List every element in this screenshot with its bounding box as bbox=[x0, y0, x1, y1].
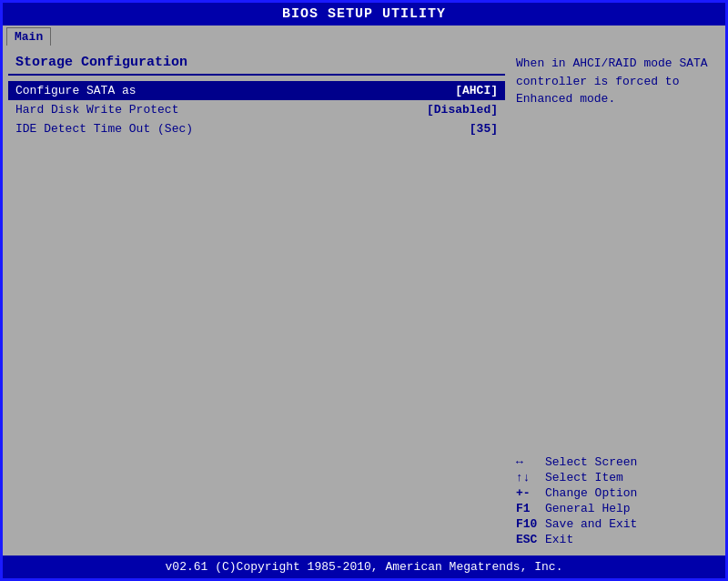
help-text: When in AHCI/RAID mode SATA controller i… bbox=[516, 55, 714, 108]
shortcut-key: ↔ bbox=[516, 455, 545, 469]
row-value: [Disabled] bbox=[427, 103, 498, 117]
shortcut-row: F10Save and Exit bbox=[516, 517, 714, 531]
bios-screen: BIOS SETUP UTILITY Main Storage Configur… bbox=[0, 0, 728, 581]
left-panel: Storage Configuration Configure SATA as … bbox=[8, 51, 505, 550]
shortcut-key: F10 bbox=[516, 517, 545, 531]
content-area: Storage Configuration Configure SATA as … bbox=[3, 46, 725, 556]
shortcuts-list: ↔Select Screen↑↓Select Item+-Change Opti… bbox=[516, 455, 714, 546]
tab-bar: Main bbox=[3, 25, 725, 46]
shortcut-desc: General Help bbox=[545, 502, 631, 515]
shortcut-key: +- bbox=[516, 486, 545, 500]
shortcut-row: ↔Select Screen bbox=[516, 455, 714, 469]
row-label: IDE Detect Time Out (Sec) bbox=[15, 122, 470, 136]
title-text: BIOS SETUP UTILITY bbox=[282, 6, 446, 22]
table-row[interactable]: IDE Detect Time Out (Sec) [35] bbox=[8, 119, 505, 138]
shortcut-desc: Save and Exit bbox=[545, 517, 637, 531]
shortcut-row: +-Change Option bbox=[516, 486, 714, 500]
row-value: [35] bbox=[470, 122, 498, 136]
title-bar: BIOS SETUP UTILITY bbox=[3, 3, 725, 25]
shortcut-desc: Select Screen bbox=[545, 455, 637, 469]
row-label: Configure SATA as bbox=[15, 84, 455, 97]
shortcut-row: F1General Help bbox=[516, 502, 714, 515]
right-panel: When in AHCI/RAID mode SATA controller i… bbox=[511, 51, 720, 550]
section-title: Storage Configuration bbox=[8, 51, 505, 76]
shortcut-row: ESCExit bbox=[516, 533, 714, 546]
shortcut-key: F1 bbox=[516, 502, 545, 515]
shortcut-desc: Change Option bbox=[545, 486, 637, 500]
footer: v02.61 (C)Copyright 1985-2010, American … bbox=[3, 556, 725, 578]
table-row[interactable]: Configure SATA as [AHCI] bbox=[8, 81, 505, 100]
shortcut-key: ESC bbox=[516, 533, 545, 546]
row-label: Hard Disk Write Protect bbox=[15, 103, 427, 117]
footer-text: v02.61 (C)Copyright 1985-2010, American … bbox=[166, 560, 563, 574]
tab-main[interactable]: Main bbox=[6, 27, 51, 46]
shortcut-desc: Exit bbox=[545, 533, 573, 546]
shortcut-desc: Select Item bbox=[545, 471, 623, 484]
table-row[interactable]: Hard Disk Write Protect [Disabled] bbox=[8, 100, 505, 119]
row-value: [AHCI] bbox=[455, 84, 498, 97]
shortcut-key: ↑↓ bbox=[516, 471, 545, 484]
shortcut-row: ↑↓Select Item bbox=[516, 471, 714, 484]
